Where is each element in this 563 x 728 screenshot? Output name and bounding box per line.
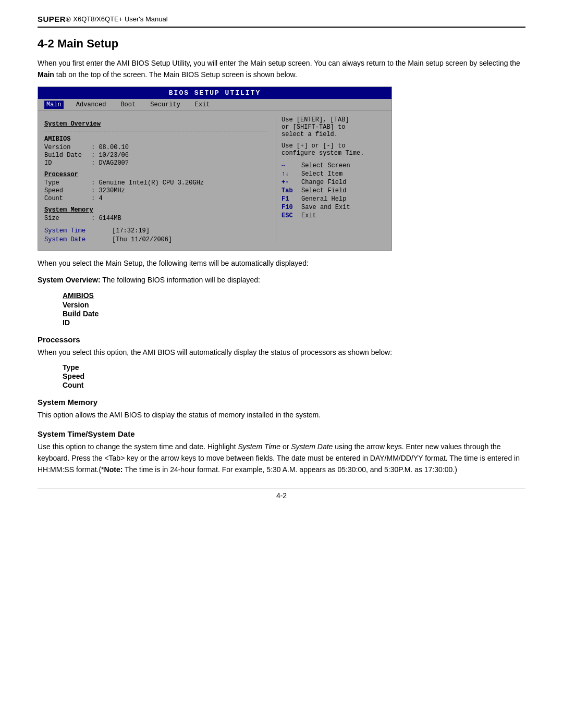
key-desc-select-item: Select Item — [301, 170, 342, 178]
speed-value: : 3230MHz — [91, 187, 267, 194]
id-value: : DVAG200? — [91, 159, 267, 167]
header-subtitle: X6QT8/X6QTE+ User's Manual — [73, 15, 167, 23]
key-desc-change-field: Change Field — [301, 179, 346, 186]
key-row-general-help: F1 General Help — [282, 195, 385, 203]
builddate-value: : 10/23/06 — [91, 152, 267, 159]
systemtime-label: System Time — [44, 227, 112, 235]
bios-size-row: Size : 6144MB — [44, 215, 267, 222]
page-header: SUPER® X6QT8/X6QTE+ User's Manual — [38, 15, 525, 28]
help-line-6: configure system Time. — [282, 150, 385, 157]
system-memory-desc: This option allows the AMI BIOS to displ… — [38, 410, 525, 421]
system-memory-heading: System Memory — [38, 398, 525, 406]
size-label: Size — [44, 215, 91, 222]
key-row-select-field: Tab Select Field — [282, 187, 385, 194]
speed-label: Speed — [44, 187, 91, 194]
proc-field-count: Count — [63, 381, 525, 389]
bios-type-row: Type : Genuine Intel(R) CPU 3.20GHz — [44, 179, 267, 187]
super-text: SUPER — [38, 15, 66, 23]
size-value: : 6144MB — [91, 215, 267, 222]
proc-field-type: Type — [63, 363, 525, 372]
builddate-label: Build Date — [44, 152, 91, 159]
bios-body: System Overview AMIBIOS Version : 08.00.… — [38, 111, 391, 250]
count-label: Count — [44, 195, 91, 202]
key-tab: Tab — [282, 187, 301, 194]
bios-menu-exit: Exit — [193, 101, 212, 109]
key-row-change-field: +- Change Field — [282, 179, 385, 186]
key-row-select-item: ↑↓ Select Item — [282, 170, 385, 178]
system-time-desc: Use this option to change the system tim… — [38, 441, 525, 475]
system-time-heading: System Time/System Date — [38, 429, 525, 438]
system-time-text-1: Use this option to change the system tim… — [38, 442, 238, 451]
bios-help-text: Use [ENTER], [TAB] or [SHIFT-TAB] to sel… — [282, 116, 385, 157]
key-desc-select-screen: Select Screen — [301, 162, 350, 169]
help-line-3: select a field. — [282, 131, 385, 138]
system-time-italic-2: System Date — [291, 442, 333, 451]
system-overview-title: System Overview — [44, 120, 267, 128]
systemtime-value: [17:32:19] — [112, 227, 150, 235]
key-plusminus: +- — [282, 179, 301, 186]
processors-heading: Processors — [38, 335, 525, 344]
system-overview-desc: System Overview: The following BIOS info… — [38, 275, 525, 286]
bios-menu-boot: Boot — [118, 101, 138, 109]
type-label: Type — [44, 179, 91, 187]
bios-menu-bar: Main Advanced Boot Security Exit — [38, 99, 391, 111]
id-label: ID — [44, 159, 91, 167]
system-overview-heading: System Overview: — [38, 276, 101, 284]
key-row-select-screen: ↔ Select Screen — [282, 162, 385, 169]
page-footer: 4-2 — [38, 488, 525, 500]
help-line-2: or [SHIFT-TAB] to — [282, 124, 385, 131]
bios-systemdate-row: System Date [Thu 11/02/2006] — [44, 236, 267, 243]
bios-count-row: Count : 4 — [44, 195, 267, 202]
system-time-text-2: or — [280, 442, 291, 451]
page-container: SUPER® X6QT8/X6QTE+ User's Manual 4-2 Ma… — [0, 0, 563, 521]
bios-time-section: System Time [17:32:19] System Date [Thu … — [44, 227, 267, 243]
count-value: : 4 — [91, 195, 267, 202]
bios-builddate-row: Build Date : 10/23/06 — [44, 152, 267, 159]
bios-screenshot: BIOS SETUP UTILITY Main Advanced Boot Se… — [38, 87, 392, 251]
key-f10: F10 — [282, 204, 301, 211]
system-memory-label: System Memory — [44, 206, 267, 214]
page-number: 4-2 — [276, 491, 287, 500]
systemdate-value: [Thu 11/02/2006] — [112, 236, 172, 243]
bios-speed-row: Speed : 3230MHz — [44, 187, 267, 194]
system-time-italic-1: System Time — [238, 442, 280, 451]
key-f1: F1 — [282, 195, 301, 203]
bios-title-bar: BIOS SETUP UTILITY — [38, 87, 391, 99]
bios-id-row: ID : DVAG200? — [44, 159, 267, 167]
key-row-save-exit: F10 Save and Exit — [282, 204, 385, 211]
chapter-title: 4-2 Main Setup — [38, 37, 525, 51]
key-desc-select-field: Select Field — [301, 187, 346, 194]
note-label: Note: — [104, 465, 123, 474]
bios-systemtime-row: System Time [17:32:19] — [44, 227, 267, 235]
bios-left-panel: System Overview AMIBIOS Version : 08.00.… — [44, 116, 276, 245]
system-overview-text: The following BIOS information will be d… — [102, 276, 260, 284]
key-arrows-lr: ↔ — [282, 162, 301, 169]
post-screenshot-para1: When you select the Main Setup, the foll… — [38, 258, 525, 269]
intro-bold: Main — [38, 70, 54, 79]
amibios-label: AMIBIOS — [44, 135, 267, 143]
intro-paragraph: When you first enter the AMI BIOS Setup … — [38, 58, 525, 80]
key-desc-exit: Exit — [301, 212, 316, 219]
key-desc-general-help: General Help — [301, 195, 346, 203]
system-time-text-4: The time is in 24-hour format. For examp… — [123, 465, 457, 474]
amibios-section: AMIBIOS Version Build Date ID — [63, 291, 525, 327]
bios-keys-section: ↔ Select Screen ↑↓ Select Item +- Change… — [282, 162, 385, 219]
key-esc: ESC — [282, 212, 301, 219]
amibios-underline-label: AMIBIOS — [63, 291, 525, 300]
help-line-5: Use [+] or [-] to — [282, 142, 385, 150]
key-arrows-ud: ↑↓ — [282, 170, 301, 178]
key-desc-save-exit: Save and Exit — [301, 204, 350, 211]
field-builddate: Build Date — [63, 310, 525, 318]
bios-menu-main: Main — [44, 101, 64, 109]
version-value: : 08.00.10 — [91, 144, 267, 151]
intro-text-2: tab on the top of the screen. The Main B… — [54, 70, 297, 79]
processor-label: Processor — [44, 171, 267, 178]
key-row-exit: ESC Exit — [282, 212, 385, 219]
field-id: ID — [63, 318, 525, 327]
processors-desc: When you select this option, the AMI BIO… — [38, 347, 525, 359]
bios-version-row: Version : 08.00.10 — [44, 144, 267, 151]
intro-text-1: When you first enter the AMI BIOS Setup … — [38, 59, 520, 67]
proc-field-speed: Speed — [63, 372, 525, 380]
type-value: : Genuine Intel(R) CPU 3.20GHz — [91, 179, 267, 187]
bios-menu-security: Security — [148, 101, 182, 109]
